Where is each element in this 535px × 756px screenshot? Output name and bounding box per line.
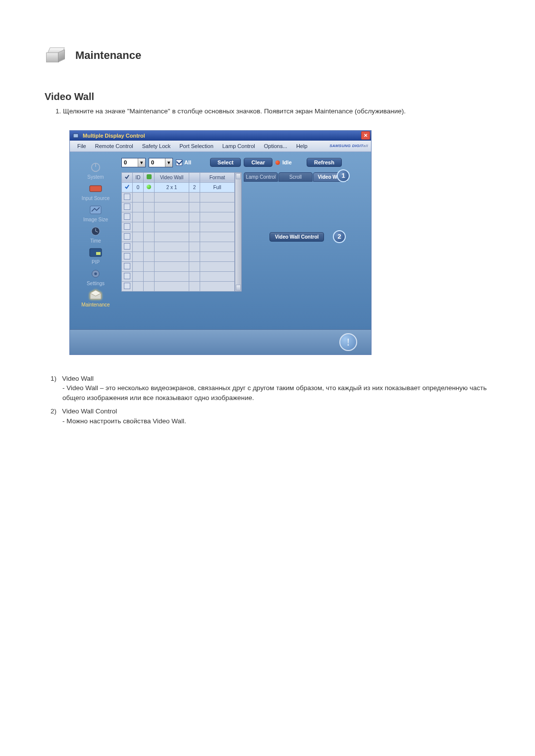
table-row[interactable] [122,222,235,232]
svg-rect-14 [147,174,152,179]
explain-2-title: Video Wall Control [62,407,117,415]
pip-icon [89,248,102,257]
refresh-button[interactable]: Refresh [307,158,342,167]
table-row[interactable] [122,261,235,271]
window-title: Multiple Display Control [83,133,145,139]
sidebar-item-settings[interactable]: Settings [74,267,117,286]
svg-rect-9 [96,252,101,255]
intro-text: Щелкните на значке "Maintenance" в столб… [63,107,406,115]
clear-button[interactable]: Clear [244,158,272,167]
video-wall-control-button[interactable]: Video Wall Control [269,232,324,242]
explain-1-title: Video Wall [62,375,94,382]
table-row[interactable] [122,192,235,202]
sidebar-item-maintenance[interactable]: Maintenance [74,289,117,307]
gear-icon [90,268,101,279]
brand-logo: SAMSUNG DIGITall [329,144,368,148]
table-row[interactable] [122,271,235,281]
svg-point-11 [94,272,97,275]
col-header-id[interactable]: ID [133,172,144,182]
sidebar-item-time[interactable]: Time [74,225,117,244]
menu-remote-control[interactable]: Remote Control [91,142,138,151]
sidebar-item-input-source[interactable]: Input Source [74,182,117,201]
select-button[interactable]: Select [210,158,241,167]
explain-1-body: - Video Wall – это несколько видеоэкрано… [62,383,490,403]
table-row[interactable] [122,242,235,252]
all-checkbox[interactable]: All [176,159,191,166]
titlebar: Multiple Display Control ✕ [70,131,371,141]
menu-port-selection[interactable]: Port Selection [175,142,217,151]
right-panel: Lamp Control Scroll Video Wall 1 Video W… [244,172,348,292]
callout-2: 2 [333,230,346,243]
tab-scroll[interactable]: Scroll [278,172,313,182]
sidebar-item-pip[interactable]: PIP [74,246,117,265]
range-from-select[interactable]: 0 ▾ [121,158,146,167]
table-row[interactable] [122,252,235,261]
section-title: Video Wall [45,91,490,102]
close-button[interactable]: ✕ [361,131,370,140]
menu-lamp-control[interactable]: Lamp Control [218,142,260,151]
clock-icon [90,226,101,237]
maintenance-box-icon [45,45,68,66]
col-header-video-wall[interactable]: Video Wall [155,172,189,182]
chevron-down-icon: ▾ [165,158,172,167]
svg-rect-0 [73,134,78,138]
explain-2-number: 2) [51,407,56,415]
image-size-icon [90,205,102,214]
explain-1-number: 1) [51,375,56,382]
table-row[interactable] [122,232,235,242]
vertical-scrollbar[interactable] [235,172,242,292]
status-ok-icon [147,185,151,189]
menu-safety-lock[interactable]: Safety Lock [138,142,175,151]
svg-rect-3 [90,186,102,192]
video-wall-table: ID Video Wall Format 0 [121,172,242,292]
col-header-status[interactable] [144,172,155,182]
col-header-format[interactable]: Format [200,172,235,182]
explain-2-body: - Можно настроить свойства Video Wall. [62,416,490,426]
status-header-icon [146,174,152,180]
table-row[interactable]: 0 2 x 1 2 Full [122,182,235,192]
page-heading: Maintenance [75,49,141,62]
checkbox-icon [176,159,182,166]
table-row[interactable] [122,281,235,291]
power-icon [90,162,101,173]
callout-1: 1 [337,169,350,182]
status-bar: ! [70,329,371,354]
alert-icon: ! [339,333,357,351]
side-nav: System Input Source Image Size Time PIP [74,158,117,326]
menubar: File Remote Control Safety Lock Port Sel… [70,141,371,152]
mdc-app-window: Multiple Display Control ✕ File Remote C… [69,130,372,355]
sidebar-item-image-size[interactable]: Image Size [74,203,117,222]
menu-file[interactable]: File [73,142,91,151]
col-header-blank[interactable] [189,172,200,182]
status-dot-icon [275,160,280,165]
sidebar-item-system[interactable]: System [74,161,117,180]
menu-help[interactable]: Help [292,142,312,151]
idle-indicator: Idle [275,159,292,165]
range-to-select[interactable]: 0 ▾ [149,158,173,167]
input-icon [89,184,102,193]
table-row[interactable] [122,212,235,222]
app-icon [73,133,79,139]
chevron-down-icon: ▾ [138,158,145,167]
col-header-check[interactable] [122,172,133,182]
tab-lamp-control[interactable]: Lamp Control [244,172,278,182]
table-row[interactable] [122,202,235,212]
intro-number: 1. [55,107,61,115]
maintenance-icon [89,289,103,301]
menu-options[interactable]: Options... [260,142,292,151]
